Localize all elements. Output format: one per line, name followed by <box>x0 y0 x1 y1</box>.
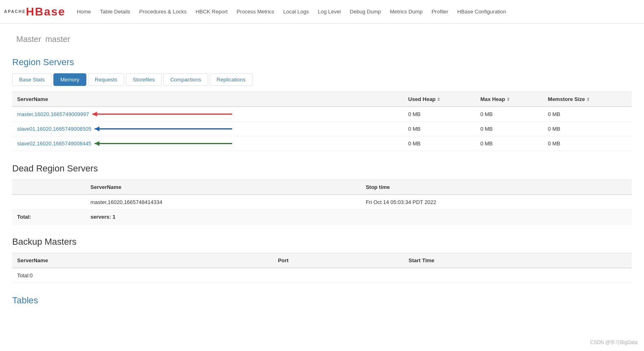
table-header-row: ServerName Used Heap Max Heap Memstore S… <box>12 92 632 107</box>
memstore-size-1: 0 MB <box>543 122 632 136</box>
tables-section-title: Tables <box>12 295 632 306</box>
dead-stop-time-0: Fri Oct 14 05:03:34 PDT 2022 <box>361 195 632 210</box>
col-max-heap[interactable]: Max Heap <box>475 92 543 107</box>
backup-masters-section: Backup Masters ServerName Port Start Tim… <box>12 237 632 283</box>
max-heap-1: 0 MB <box>475 122 543 136</box>
backup-table-header: ServerName Port Start Time <box>12 253 632 268</box>
used-heap-0: 0 MB <box>403 107 475 122</box>
backup-total-row: Total:0 <box>12 268 632 283</box>
dead-col-server-name: ServerName <box>86 180 361 195</box>
logo-apache-text: APACHE <box>4 10 26 14</box>
server-name-cell-1: slave01,16020,1665749008505 <box>12 122 403 136</box>
server-link-2[interactable]: slave02,16020,1665749008445 <box>17 140 91 147</box>
nav-links: HomeTable DetailsProcedures & LocksHBCK … <box>73 6 510 17</box>
dead-total-value: servers: 1 <box>86 210 361 224</box>
backup-total-label: Total:0 <box>12 268 632 283</box>
region-server-row-0: master,16020,16657490099970 MB0 MB0 MB <box>12 107 632 122</box>
navbar: APACHE HBase HomeTable DetailsProcedures… <box>0 0 644 24</box>
col-used-heap[interactable]: Used Heap <box>403 92 475 107</box>
dead-col-empty <box>12 180 86 195</box>
tab-memory[interactable]: Memory <box>53 73 86 86</box>
dead-region-servers-table: ServerName Stop time master,16020,166574… <box>12 180 632 224</box>
dead-server-row-0: master,16020,1665748414334Fri Oct 14 05:… <box>12 195 632 210</box>
dead-total-row: Total: servers: 1 <box>12 210 632 224</box>
backup-col-start-time: Start Time <box>404 253 632 268</box>
tables-section: Tables <box>12 295 632 306</box>
memstore-size-2: 0 MB <box>543 136 632 151</box>
dead-region-servers-title: Dead Region Servers <box>12 163 632 174</box>
backup-col-port: Port <box>273 253 404 268</box>
region-servers-title: Region Servers <box>12 57 632 68</box>
region-servers-table-wrapper: ServerName Used Heap Max Heap Memstore S… <box>12 92 632 151</box>
nav-link-hbase-configuration[interactable]: HBase Configuration <box>453 6 510 17</box>
nav-link-debug-dump[interactable]: Debug Dump <box>346 6 385 17</box>
tab-compactions[interactable]: Compactions <box>163 73 208 86</box>
page-title: Mastermaster <box>12 32 632 45</box>
tab-base-stats[interactable]: Base Stats <box>12 73 52 86</box>
server-name-cell-2: slave02,16020,1665749008445 <box>12 136 403 151</box>
used-heap-2: 0 MB <box>403 136 475 151</box>
nav-link-metrics-dump[interactable]: Metrics Dump <box>386 6 426 17</box>
region-servers-section: Region Servers Base StatsMemoryRequestsS… <box>12 57 632 151</box>
max-heap-2: 0 MB <box>475 136 543 151</box>
dead-table-header: ServerName Stop time <box>12 180 632 195</box>
nav-link-table-details[interactable]: Table Details <box>96 6 134 17</box>
region-server-row-1: slave01,16020,16657490085050 MB0 MB0 MB <box>12 122 632 136</box>
logo-hbase-text: HBase <box>26 6 65 18</box>
logo: APACHE HBase <box>4 6 66 18</box>
dead-server-name-0: master,16020,1665748414334 <box>86 195 361 210</box>
server-link-0[interactable]: master,16020,1665749009997 <box>17 111 89 117</box>
nav-link-process-metrics[interactable]: Process Metrics <box>233 6 278 17</box>
tab-storefiles[interactable]: Storefiles <box>126 73 162 86</box>
nav-link-log-level[interactable]: Log Level <box>314 6 345 17</box>
server-name-cell-0: master,16020,1665749009997 <box>12 107 403 122</box>
dead-col-stop-time: Stop time <box>361 180 632 195</box>
used-heap-1: 0 MB <box>403 122 475 136</box>
nav-link-home[interactable]: Home <box>73 6 95 17</box>
col-server-name[interactable]: ServerName <box>12 92 403 107</box>
dead-total-label: Total: <box>12 210 86 224</box>
region-server-row-2: slave02,16020,16657490084450 MB0 MB0 MB <box>12 136 632 151</box>
memstore-size-0: 0 MB <box>543 107 632 122</box>
nav-link-procedures---locks[interactable]: Procedures & Locks <box>135 6 191 17</box>
region-servers-tabs: Base StatsMemoryRequestsStorefilesCompac… <box>12 73 632 86</box>
nav-link-hbck-report[interactable]: HBCK Report <box>191 6 232 17</box>
col-memstore-size[interactable]: Memstore Size <box>543 92 632 107</box>
dead-region-servers-section: Dead Region Servers ServerName Stop time… <box>12 163 632 224</box>
main-content: Mastermaster Region Servers Base StatsMe… <box>0 24 644 314</box>
tab-replications[interactable]: Replications <box>210 73 253 86</box>
nav-link-profiler[interactable]: Profiler <box>427 6 452 17</box>
tab-requests[interactable]: Requests <box>88 73 124 86</box>
backup-masters-table: ServerName Port Start Time Total:0 <box>12 253 632 283</box>
server-link-1[interactable]: slave01,16020,1665749008505 <box>17 126 91 132</box>
backup-col-server-name: ServerName <box>12 253 273 268</box>
max-heap-0: 0 MB <box>475 107 543 122</box>
nav-link-local-logs[interactable]: Local Logs <box>279 6 313 17</box>
region-servers-table: ServerName Used Heap Max Heap Memstore S… <box>12 92 632 151</box>
backup-masters-title: Backup Masters <box>12 237 632 247</box>
